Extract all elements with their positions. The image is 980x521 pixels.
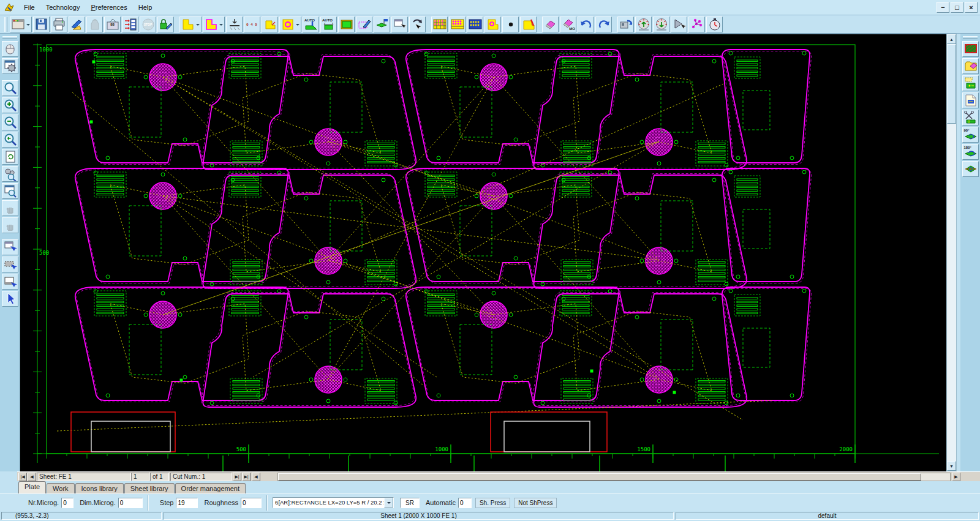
tab-icons-library[interactable]: Icons library bbox=[75, 483, 124, 493]
nest-matrix-button[interactable] bbox=[431, 17, 448, 32]
punch-order-button[interactable]: 0 4 0 bbox=[244, 17, 260, 32]
undo-button[interactable] bbox=[578, 17, 594, 32]
select-region-button[interactable] bbox=[2, 257, 18, 272]
rotate-90-button[interactable]: 90° bbox=[962, 127, 979, 143]
minimize-button[interactable]: − bbox=[937, 2, 949, 13]
tab-plate[interactable]: Plate bbox=[18, 481, 46, 493]
zoom-button[interactable] bbox=[2, 80, 18, 96]
view-settings-button[interactable] bbox=[2, 58, 18, 74]
automatic-input[interactable] bbox=[458, 498, 472, 508]
tab-sheet-library[interactable]: Sheet library bbox=[124, 483, 175, 493]
erase-movement-button[interactable]: MO bbox=[560, 17, 576, 32]
punch-tool-button[interactable] bbox=[226, 17, 243, 32]
zoom-previous-button[interactable] bbox=[2, 132, 18, 148]
zoom-out-button[interactable] bbox=[2, 114, 18, 130]
scroll-up-button[interactable]: ▲ bbox=[947, 34, 956, 44]
horizontal-scroll-thumb[interactable] bbox=[278, 473, 921, 481]
prev-sheet-button[interactable]: ◀ bbox=[28, 473, 36, 481]
toolbar-grip[interactable] bbox=[2, 36, 17, 39]
simulation-button[interactable] bbox=[671, 17, 687, 32]
roughness-input[interactable] bbox=[241, 498, 262, 508]
clamp-up-button[interactable] bbox=[635, 17, 652, 32]
part-report-button[interactable] bbox=[374, 17, 390, 32]
menu-preferences[interactable]: Preferences bbox=[85, 2, 132, 13]
part-burn-button[interactable] bbox=[520, 17, 537, 32]
nest-interactive-button[interactable] bbox=[449, 17, 466, 32]
vertical-scroll-thumb[interactable] bbox=[947, 44, 956, 124]
time-calculation-button[interactable] bbox=[706, 17, 723, 32]
clear-sheet-button[interactable] bbox=[962, 58, 979, 74]
add-part-outline-button[interactable] bbox=[203, 17, 225, 32]
zoom-sheet-button[interactable] bbox=[2, 183, 18, 199]
nest-drawing[interactable]: 1000500500100015002000 bbox=[20, 34, 947, 472]
scroll-down-button[interactable]: ▼ bbox=[947, 461, 956, 471]
step-input[interactable] bbox=[176, 498, 198, 508]
erase-button[interactable] bbox=[542, 17, 559, 32]
close-button[interactable]: × bbox=[965, 2, 978, 13]
single-part-button[interactable] bbox=[484, 17, 501, 32]
workspace-dropdown-icon[interactable] bbox=[26, 24, 30, 28]
manual-cut-button[interactable] bbox=[356, 17, 372, 32]
first-sheet-button[interactable]: |◀ bbox=[18, 473, 27, 481]
restore-button[interactable]: □ bbox=[951, 2, 963, 13]
auto-punch-button[interactable]: AUTO bbox=[303, 17, 319, 32]
select-sheet-button[interactable] bbox=[2, 274, 18, 290]
clamp-down-button[interactable] bbox=[653, 17, 669, 32]
sheet-hatch-button[interactable] bbox=[962, 41, 979, 57]
zoom-window-tool-button[interactable] bbox=[391, 17, 408, 32]
mouse-settings-button[interactable] bbox=[2, 41, 18, 57]
delete-part-button[interactable] bbox=[962, 75, 979, 91]
nest-auto-button[interactable] bbox=[467, 17, 483, 32]
not-shpress-cell[interactable]: Not ShPress bbox=[514, 498, 557, 508]
menu-help[interactable]: Help bbox=[133, 2, 158, 13]
toolbar-grip[interactable] bbox=[963, 36, 978, 39]
sheet-zone-button[interactable] bbox=[338, 17, 355, 32]
chevron-down-icon[interactable] bbox=[384, 498, 393, 508]
hscroll-right-button[interactable]: ▶ bbox=[952, 473, 960, 481]
corner-part-button[interactable] bbox=[262, 17, 278, 32]
nr-microg-input[interactable] bbox=[61, 498, 74, 508]
cut-part-button[interactable] bbox=[962, 110, 979, 126]
rotate-view-button[interactable] bbox=[409, 17, 426, 32]
cut-number-field[interactable]: Cut Num.: 1 bbox=[170, 473, 232, 481]
sr-field[interactable]: SR bbox=[400, 498, 420, 508]
menu-file[interactable]: File bbox=[18, 2, 40, 13]
print-button[interactable] bbox=[51, 17, 67, 32]
vertical-scrollbar[interactable]: ▲ ▼ bbox=[946, 34, 957, 471]
tab-work[interactable]: Work bbox=[47, 483, 74, 493]
zoom-in-button[interactable] bbox=[2, 97, 18, 113]
zoom-options-button[interactable] bbox=[2, 166, 18, 182]
path-optimize-button[interactable] bbox=[688, 17, 705, 32]
sheet-number-field[interactable]: 1 bbox=[131, 473, 149, 481]
redo-button[interactable] bbox=[595, 17, 612, 32]
sheet-name-field[interactable]: Sheet: FE 1 bbox=[37, 473, 131, 481]
sheet-file-button[interactable] bbox=[962, 92, 979, 108]
nesting-canvas-area[interactable]: 1000500500100015002000 bbox=[20, 34, 946, 471]
rotate-180-button[interactable]: 180° bbox=[962, 144, 979, 160]
horizontal-scrollbar[interactable] bbox=[277, 473, 951, 481]
mirror-part-button[interactable] bbox=[962, 161, 979, 177]
redraw-button[interactable] bbox=[2, 149, 18, 165]
select-window-button[interactable] bbox=[2, 239, 18, 255]
menu-technology[interactable]: Technology bbox=[40, 2, 86, 13]
hscroll-left-button[interactable]: ◀ bbox=[252, 473, 260, 481]
machine-view-button[interactable] bbox=[617, 17, 634, 32]
sh-press-cell[interactable]: Sh. Press bbox=[475, 498, 510, 508]
square-punch-button[interactable] bbox=[279, 17, 301, 32]
nc-sequence-button[interactable] bbox=[122, 17, 138, 32]
last-sheet-button[interactable]: ▶| bbox=[242, 473, 251, 481]
add-part-button[interactable] bbox=[179, 17, 202, 32]
dim-microg-input[interactable] bbox=[118, 498, 143, 508]
next-sheet-button[interactable]: ▶| bbox=[233, 473, 241, 481]
add-part-dropdown-icon[interactable] bbox=[196, 24, 200, 28]
tab-order-management[interactable]: Order management bbox=[175, 483, 246, 493]
save-button[interactable] bbox=[33, 17, 50, 32]
add-part-outline-dropdown-icon[interactable] bbox=[219, 24, 223, 28]
select-button[interactable] bbox=[2, 291, 18, 307]
lock-technology-button[interactable] bbox=[157, 17, 174, 32]
square-punch-dropdown-icon[interactable] bbox=[296, 24, 300, 28]
workspace-button[interactable] bbox=[10, 17, 32, 32]
technology-run-button[interactable] bbox=[69, 17, 85, 32]
auto-index-button[interactable]: AUTO bbox=[320, 17, 337, 32]
toolbar-grip[interactable] bbox=[4, 17, 7, 32]
